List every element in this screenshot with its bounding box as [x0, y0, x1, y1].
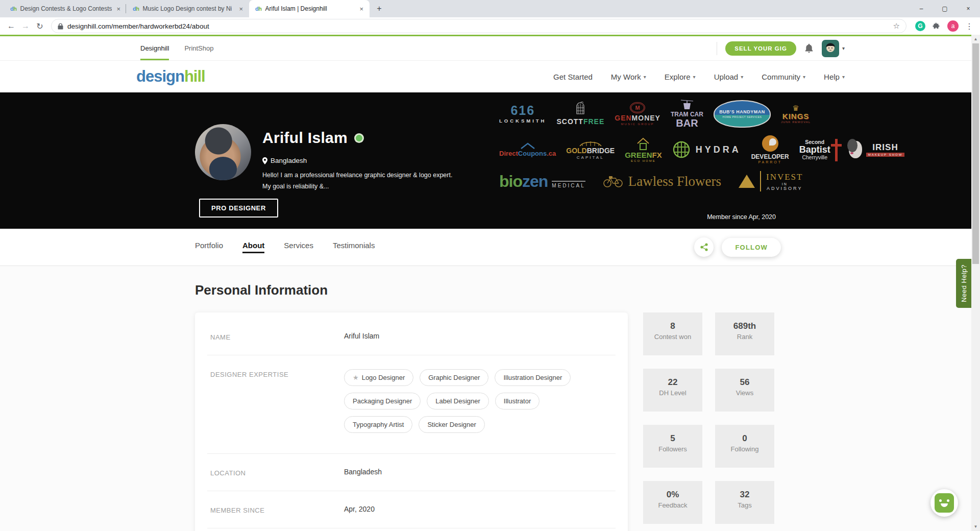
- designhill-favicon: dh: [255, 6, 261, 12]
- new-tab-button[interactable]: +: [373, 2, 386, 15]
- logo-bubs-handyman: BUB'S HANDYMAN HOME PROJECT SERVICES: [714, 100, 771, 128]
- tram-icon: [680, 100, 694, 111]
- expertise-label: DESIGNER EXPERTISE: [210, 369, 344, 440]
- location-label: LOCATION: [210, 468, 344, 477]
- forward-button[interactable]: →: [18, 19, 33, 33]
- expertise-chip: Graphic Designer: [420, 369, 488, 386]
- nav-my-work[interactable]: My Work▾: [611, 73, 646, 81]
- url-bar[interactable]: designhill.com/member/hardworkerbd24/abo…: [51, 19, 906, 33]
- chevron-down-icon: ▾: [644, 74, 646, 80]
- online-status-dot: [356, 135, 362, 141]
- logo-kings-junk-removal: ♛ KINGS JUNK REMOVAL: [781, 104, 811, 124]
- puzzle-icon: [933, 22, 941, 30]
- chevron-down-icon[interactable]: ▾: [842, 45, 845, 51]
- stat-tags: 32Tags: [715, 481, 774, 524]
- maximize-button[interactable]: ▢: [933, 0, 957, 17]
- site-tab-designhill[interactable]: Designhill: [140, 36, 169, 60]
- browser-tab-active[interactable]: dh Ariful Islam | Designhill ×: [249, 0, 370, 17]
- eco-house-icon: [635, 137, 651, 151]
- reload-button[interactable]: ↻: [33, 19, 47, 33]
- window-controls: – ▢ ×: [910, 0, 980, 17]
- client-logo-collage: 616 LOCKSMITH SCOTTFREE M GENMONEY MUSIC…: [499, 100, 805, 199]
- crown-icon: ♛: [792, 104, 799, 112]
- browser-tab-1[interactable]: dh Design Contests & Logo Contests ×: [4, 0, 127, 17]
- tab-testimonials[interactable]: Testimonials: [333, 241, 375, 253]
- scroll-up-arrow[interactable]: ▲: [971, 35, 980, 43]
- nav-explore[interactable]: Explore▾: [665, 73, 696, 81]
- location-value: Bangladesh: [344, 468, 382, 477]
- stat-rank: 689thRank: [715, 312, 774, 355]
- site-tab-printshop[interactable]: PrintShop: [184, 36, 213, 60]
- close-icon[interactable]: ×: [115, 5, 121, 13]
- site-header: designhill Get Started My Work▾ Explore▾…: [0, 61, 980, 92]
- chevron-down-icon: ▾: [842, 74, 845, 80]
- about-content: Personal Information NAME Ariful Islam D…: [0, 266, 980, 531]
- chat-smiley-icon: [935, 493, 954, 513]
- stat-feedback: 0%Feedback: [643, 481, 702, 524]
- browser-profile-avatar[interactable]: a: [946, 19, 960, 33]
- stat-dh-level: 22DH Level: [643, 369, 702, 412]
- share-button[interactable]: [694, 237, 714, 257]
- window-close-button[interactable]: ×: [957, 0, 980, 17]
- logo-irish-makeup-show: IRISH MAKEUP SHOW: [849, 141, 905, 158]
- scrollbar-thumb[interactable]: [972, 43, 979, 264]
- logo-second-baptist-cherryville: Second Baptist Cherryville: [799, 139, 839, 160]
- designhill-logo[interactable]: designhill: [136, 67, 205, 86]
- notifications-bell-icon[interactable]: [804, 43, 814, 54]
- profile-name: Ariful Islam: [262, 129, 348, 147]
- expertise-chip: Illustration Designer: [495, 369, 571, 386]
- name-value: Ariful Islam: [344, 332, 379, 341]
- user-avatar[interactable]: [822, 40, 839, 57]
- member-since-value: Apr, 2020: [344, 505, 375, 514]
- url-text[interactable]: designhill.com/member/hardworkerbd24/abo…: [67, 22, 889, 30]
- tab-about[interactable]: About: [242, 241, 264, 253]
- profile-stats-grid: 8Contest won 689thRank 22DH Level 56View…: [643, 312, 774, 524]
- close-icon[interactable]: ×: [358, 5, 364, 13]
- birdcage-icon: [574, 102, 587, 117]
- section-title: Personal Information: [195, 282, 328, 298]
- profile-bio: Hello! I am a professional freelance gra…: [262, 170, 452, 192]
- grammarly-extension-icon[interactable]: G: [914, 19, 927, 33]
- roof-icon: [520, 142, 535, 150]
- minimize-button[interactable]: –: [910, 0, 933, 17]
- logo-goldbridge-capital: GOLDBRIDGE CAPITAL: [566, 139, 615, 160]
- avatar-illustration: [822, 40, 839, 57]
- bridge-icon: [579, 139, 602, 147]
- chat-widget-button[interactable]: [930, 489, 958, 517]
- personal-info-card: NAME Ariful Islam DESIGNER EXPERTISE ★Lo…: [195, 312, 628, 531]
- back-button[interactable]: ←: [4, 19, 18, 33]
- expertise-chips: ★Logo Designer Graphic Designer Illustra…: [344, 369, 579, 440]
- logo-greenfx: GREENFX ECO HOME: [625, 137, 662, 162]
- need-help-tab[interactable]: Need Help?: [956, 259, 971, 308]
- triangle-icon: [739, 175, 755, 188]
- profile-tab-bar: Portfolio About Services Testimonials FO…: [0, 229, 980, 266]
- browser-menu-icon[interactable]: ⋮: [963, 19, 976, 33]
- name-label: NAME: [210, 332, 344, 341]
- stat-contest-won: 8Contest won: [643, 312, 702, 355]
- tab-title: Ariful Islam | Designhill: [265, 5, 355, 12]
- page-scrollbar[interactable]: ▲ ▼: [971, 35, 980, 531]
- expertise-chip: Sticker Designer: [419, 416, 484, 433]
- tab-portfolio[interactable]: Portfolio: [195, 241, 223, 253]
- nav-get-started[interactable]: Get Started: [553, 73, 593, 81]
- bookmark-star-icon[interactable]: ☆: [893, 21, 900, 31]
- logo-biozen-medical: biozen MEDICAL: [499, 174, 585, 189]
- follow-button[interactable]: FOLLOW: [722, 238, 781, 257]
- scroll-down-arrow[interactable]: ▼: [971, 522, 980, 531]
- browser-tab-2[interactable]: dh Music Logo Design contest by Ni ×: [127, 0, 249, 17]
- sell-your-gig-button[interactable]: SELL YOUR GIG: [725, 41, 796, 56]
- close-icon[interactable]: ×: [238, 5, 244, 13]
- extensions-puzzle-icon[interactable]: [930, 19, 943, 33]
- tab-services[interactable]: Services: [284, 241, 313, 253]
- logo-developer-parrot: DEVELOPER PARROT: [751, 135, 789, 164]
- designhill-favicon: dh: [10, 6, 16, 12]
- chevron-down-icon: ▾: [693, 74, 696, 80]
- main-navigation: Get Started My Work▾ Explore▾ Upload▾ Co…: [553, 73, 845, 81]
- expertise-chip: Packaging Designer: [344, 393, 421, 409]
- nav-upload[interactable]: Upload▾: [714, 73, 744, 81]
- browser-tab-strip: dh Design Contests & Logo Contests × dh …: [0, 0, 980, 17]
- pro-designer-badge: PRO DESIGNER: [199, 199, 278, 218]
- nav-help[interactable]: Help▾: [824, 73, 845, 81]
- stat-following: 0Following: [715, 425, 774, 468]
- nav-community[interactable]: Community▾: [762, 73, 805, 81]
